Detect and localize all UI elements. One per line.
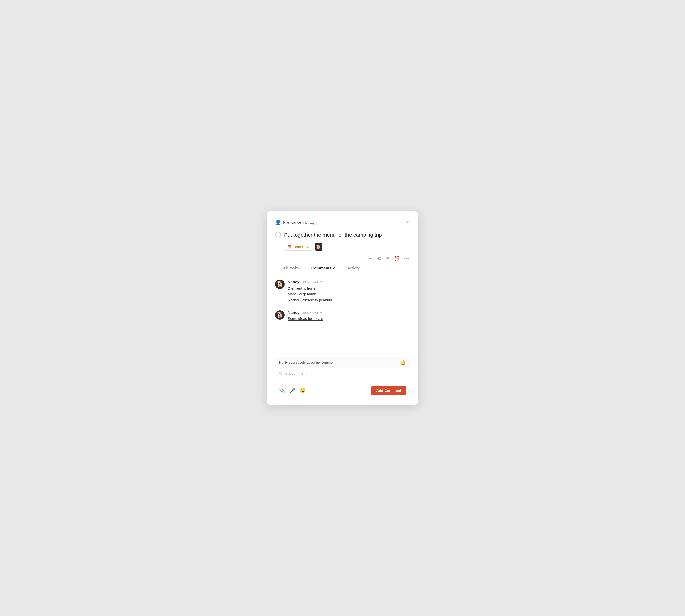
task-modal: 👤 Plan canoe trip 🛶 × Put together the m… <box>267 211 418 405</box>
attachment-button[interactable]: 📎 <box>278 387 285 394</box>
comment-body: Nancy Jul 5 5:25 PM Some ideas for meals <box>288 310 410 321</box>
comment-time: Jul 5 5:24 PM <box>301 280 322 284</box>
flag-icon[interactable]: ⚑ <box>386 256 390 261</box>
comment-author: Nancy <box>288 280 299 284</box>
calendar-icon: 📅 <box>288 245 292 249</box>
tag-icon[interactable]: 🏷 <box>377 256 381 261</box>
tab-comments[interactable]: Comments2 <box>305 263 341 273</box>
tabs-row: Sub-tasks Comments2 Activity <box>275 263 410 273</box>
tab-activity[interactable]: Activity <box>341 263 366 273</box>
task-meta: 📅 Tomorrow 🐕 <box>284 243 410 251</box>
avatar: 🐕 <box>275 280 284 289</box>
assignee-button[interactable]: 🐕 <box>315 243 323 251</box>
comment-textarea[interactable] <box>275 368 410 383</box>
notify-audience: everybody <box>289 360 306 365</box>
clock-icon[interactable]: ⏰ <box>394 256 400 261</box>
diet-mark: Mark - vegetarian <box>288 292 316 296</box>
project-emoji: 🛶 <box>309 220 315 225</box>
avatar-dog-icon: 🐕 <box>276 281 283 287</box>
comment-body: Nancy Jul 5 5:24 PM Diet restrictions: M… <box>288 280 410 303</box>
avatar-dog-icon: 🐕 <box>276 312 283 318</box>
modal-header: 👤 Plan canoe trip 🛶 × <box>275 219 410 226</box>
diet-rachel: Rachel - allergic to peanuts <box>288 298 332 302</box>
due-date-label: Tomorrow <box>293 245 309 249</box>
task-checkbox[interactable] <box>275 232 281 238</box>
comment-author: Nancy <box>288 310 299 315</box>
comment-time: Jul 5 5:25 PM <box>301 311 322 315</box>
comment-link[interactable]: Some ideas for meals <box>288 316 323 321</box>
microphone-button[interactable]: 🎤 <box>289 387 296 394</box>
task-title: Put together the menu for the camping tr… <box>284 231 382 239</box>
bell-icon[interactable]: 🔔 <box>401 360 406 365</box>
comments-section: 🐕 Nancy Jul 5 5:24 PM Diet restrictions:… <box>275 280 410 353</box>
modal-header-left: 👤 Plan canoe trip 🛶 <box>275 219 315 225</box>
comment-item: 🐕 Nancy Jul 5 5:25 PM Some ideas for mea… <box>275 310 410 321</box>
comment-actions: 📎 🎤 🙂 <box>278 387 306 394</box>
avatar: 🐕 <box>275 310 284 320</box>
diet-label: Diet restrictions: <box>288 286 317 290</box>
comment-footer: 📎 🎤 🙂 Add Comment <box>275 384 410 397</box>
person-icon: 👤 <box>275 219 281 225</box>
list-icon[interactable]: ☰ <box>368 256 372 261</box>
comment-text: Diet restrictions: Mark - vegetarian Rac… <box>288 286 410 303</box>
add-comment-button[interactable]: Add Comment <box>371 386 407 395</box>
comment-header: Nancy Jul 5 5:25 PM <box>288 310 410 315</box>
assignee-avatar: 🐕 <box>315 243 322 250</box>
comment-input-box: Notify everybody about my comment 🔔 📎 🎤 … <box>275 357 410 397</box>
emoji-button[interactable]: 🙂 <box>299 387 306 394</box>
close-button[interactable]: × <box>405 219 410 226</box>
comments-badge: 2 <box>333 266 335 270</box>
notify-text: Notify everybody about my comment <box>279 360 336 365</box>
due-date-button[interactable]: 📅 Tomorrow <box>284 243 313 250</box>
project-name: Plan canoe trip <box>283 220 307 224</box>
tab-subtasks[interactable]: Sub-tasks <box>275 263 305 273</box>
toolbar-row: ☰ 🏷 ⚑ ⏰ ••• <box>275 256 410 261</box>
task-row: Put together the menu for the camping tr… <box>275 231 410 239</box>
comment-header: Nancy Jul 5 5:24 PM <box>288 280 410 284</box>
notify-row: Notify everybody about my comment 🔔 <box>275 357 410 368</box>
comment-item: 🐕 Nancy Jul 5 5:24 PM Diet restrictions:… <box>275 280 410 303</box>
more-icon[interactable]: ••• <box>404 256 409 261</box>
